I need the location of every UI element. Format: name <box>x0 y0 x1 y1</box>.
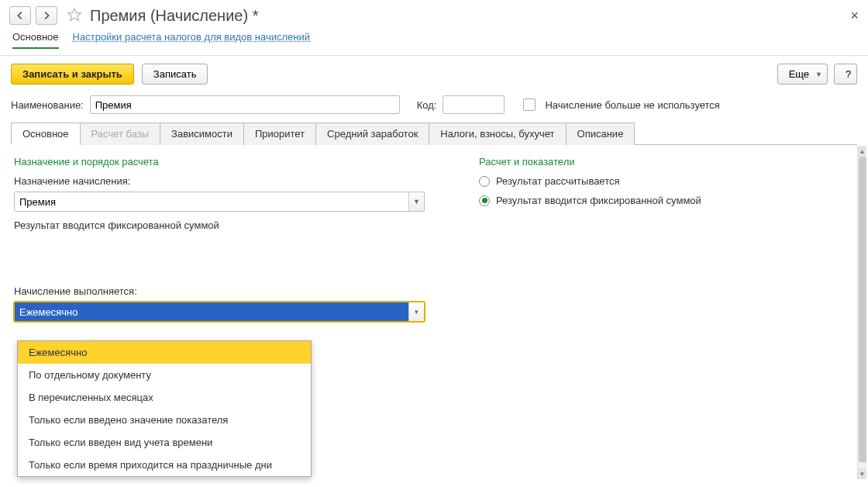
execution-select[interactable]: ▾ <box>14 302 425 322</box>
code-label: Код: <box>417 99 437 111</box>
dropdown-item[interactable]: Только если введен вид учета времени <box>18 431 311 454</box>
purpose-dropdown-button[interactable]: ▼ <box>408 192 424 211</box>
arrow-right-icon <box>41 10 52 21</box>
execution-dropdown-list: Ежемесячно По отдельному документу В пер… <box>17 340 312 477</box>
radio-calculated-label: Результат рассчитывается <box>496 175 620 187</box>
right-section-title: Расчет и показатели <box>479 156 701 168</box>
section-main[interactable]: Основное <box>12 31 59 49</box>
favorite-star-icon[interactable] <box>67 7 82 25</box>
save-close-button[interactable]: Записать и закрыть <box>11 64 134 85</box>
radio-fixed[interactable] <box>479 195 490 206</box>
dropdown-item[interactable]: Только если время приходится на празднич… <box>18 454 311 476</box>
nav-back-button[interactable] <box>9 6 31 25</box>
vertical-scrollbar[interactable]: ▲ ▼ <box>857 146 866 479</box>
more-button-label: Еще <box>789 68 809 80</box>
save-button[interactable]: Записать <box>142 64 208 85</box>
unused-label: Начисление больше не используется <box>545 99 719 111</box>
code-input[interactable] <box>443 95 505 114</box>
left-section-title: Назначение и порядок расчета <box>14 156 432 168</box>
radio-fixed-label: Результат вводится фиксированной суммой <box>496 195 701 206</box>
svg-marker-0 <box>68 8 81 20</box>
tab-dependencies[interactable]: Зависимости <box>160 123 244 145</box>
scrollbar-up-button[interactable]: ▲ <box>858 146 866 157</box>
help-button[interactable]: ? <box>834 64 857 85</box>
tab-taxes[interactable]: Налоги, взносы, бухучет <box>429 123 566 145</box>
tab-main[interactable]: Основное <box>11 123 81 145</box>
dropdown-item[interactable]: Ежемесячно <box>18 341 311 364</box>
page-title: Премия (Начисление) * <box>90 7 258 25</box>
tab-base-calc[interactable]: Расчет базы <box>80 123 161 145</box>
tab-avg-earnings[interactable]: Средний заработок <box>315 123 429 145</box>
execution-label: Начисление выполняется: <box>14 285 432 297</box>
purpose-input[interactable] <box>15 192 408 211</box>
arrow-left-icon <box>15 10 26 21</box>
dropdown-item[interactable]: Только если введено значение показателя <box>18 409 311 431</box>
tab-priority[interactable]: Приоритет <box>243 123 316 145</box>
purpose-select[interactable]: ▼ <box>14 192 425 212</box>
tabs: Основное Расчет базы Зависимости Приорит… <box>11 122 857 145</box>
dropdown-item[interactable]: В перечисленных месяцах <box>18 386 311 409</box>
radio-calculated[interactable] <box>479 176 490 187</box>
section-tax-link[interactable]: Настройки расчета налогов для видов начи… <box>73 31 310 49</box>
name-input[interactable] <box>90 95 400 114</box>
chevron-down-icon: ▼ <box>815 71 822 78</box>
scrollbar-thumb[interactable] <box>859 157 866 462</box>
more-button[interactable]: Еще ▼ <box>777 64 828 85</box>
close-button[interactable]: × <box>850 8 859 24</box>
execution-dropdown-button[interactable]: ▾ <box>408 302 424 321</box>
nav-forward-button[interactable] <box>36 6 57 25</box>
tab-description[interactable]: Описание <box>566 123 636 145</box>
result-note: Результат вводится фиксированной суммой <box>14 219 432 231</box>
dropdown-item[interactable]: По отдельному документу <box>18 364 311 386</box>
execution-input[interactable] <box>15 302 408 321</box>
unused-checkbox[interactable] <box>523 98 536 111</box>
scrollbar-down-button[interactable]: ▼ <box>858 468 866 479</box>
name-label: Наименование: <box>11 99 84 111</box>
purpose-label: Назначение начисления: <box>14 175 432 187</box>
